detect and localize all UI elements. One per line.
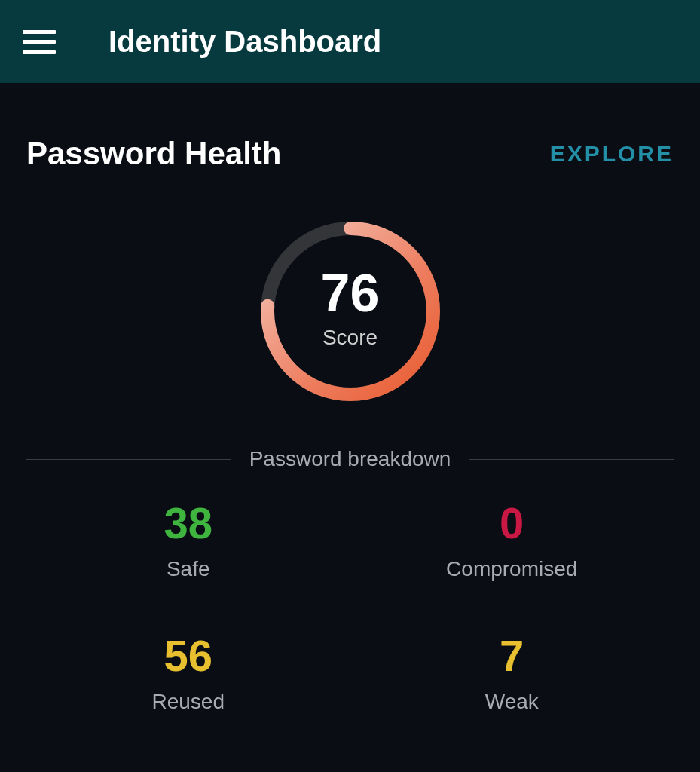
explore-button[interactable]: EXPLORE (550, 141, 674, 167)
hamburger-menu-icon[interactable] (23, 25, 56, 58)
stat-label: Safe (26, 557, 350, 581)
stat-value: 7 (350, 634, 674, 678)
score-ring: 76 Score (256, 217, 445, 406)
stats-grid: 38 Safe 0 Compromised 56 Reused 7 Weak (26, 501, 674, 714)
stat-label: Compromised (350, 557, 674, 581)
app-header: Identity Dashboard (0, 0, 700, 83)
section-title: Password Health (26, 136, 281, 172)
score-ring-container: 76 Score (26, 217, 674, 406)
stat-weak[interactable]: 7 Weak (350, 634, 674, 714)
breakdown-divider: Password breakdown (26, 447, 674, 471)
section-header: Password Health EXPLORE (26, 136, 674, 172)
stat-safe[interactable]: 38 Safe (26, 501, 350, 581)
score-value: 76 (321, 267, 380, 320)
stat-reused[interactable]: 56 Reused (26, 634, 350, 714)
stat-label: Weak (350, 690, 674, 714)
page-title: Identity Dashboard (109, 25, 381, 59)
score-text: 76 Score (321, 267, 380, 350)
stat-value: 56 (26, 634, 350, 678)
stat-compromised[interactable]: 0 Compromised (350, 501, 674, 581)
stat-value: 38 (26, 501, 350, 545)
score-label: Score (321, 326, 380, 350)
stat-label: Reused (26, 690, 350, 714)
divider-line (469, 459, 674, 460)
stat-value: 0 (350, 501, 674, 545)
divider-line (26, 459, 231, 460)
breakdown-label: Password breakdown (231, 447, 469, 471)
main-content: Password Health EXPLORE 76 Score (0, 83, 700, 714)
